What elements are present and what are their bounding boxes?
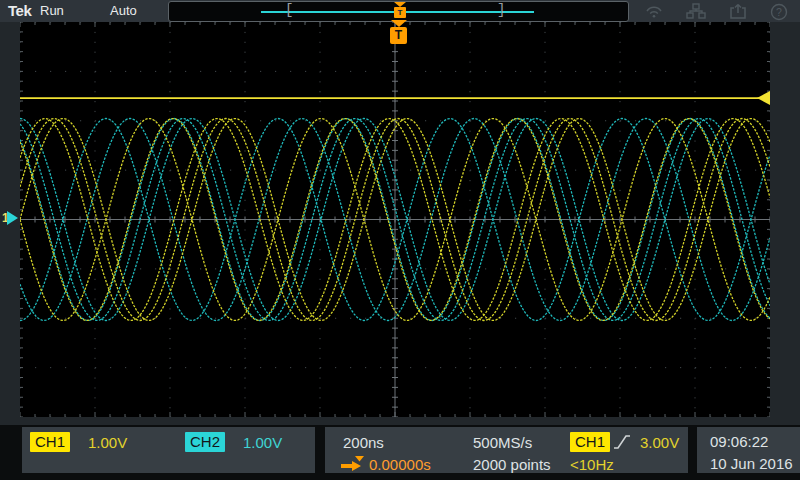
tek-logo: Tek — [8, 2, 31, 19]
ch2-badge[interactable]: CH2 — [185, 432, 225, 452]
trigger-position-arrow-icon — [391, 20, 407, 27]
clock-panel: 09:06:22 10 Jun 2016 — [697, 427, 800, 473]
trigger-mode: Auto — [110, 3, 137, 18]
ch2-ground-arrow-icon — [7, 211, 18, 225]
ch2-scale: 1.00V — [243, 434, 282, 451]
horizontal-position-icon — [339, 456, 365, 472]
clock-date: 10 Jun 2016 — [710, 455, 793, 472]
svg-text:?: ? — [776, 6, 782, 18]
status-icons: ? — [644, 3, 788, 21]
channel-ground-markers[interactable]: 1 — [2, 210, 18, 225]
trigger-marker-t-icon: T — [394, 7, 406, 18]
waveform-plot — [20, 22, 770, 417]
horizontal-position[interactable]: 0.00000s — [369, 456, 431, 473]
window-start-bracket: [ — [285, 2, 293, 18]
trigger-frequency: <10Hz — [570, 456, 614, 473]
record-length: 2000 points — [473, 456, 551, 473]
ch1-badge[interactable]: CH1 — [30, 432, 70, 452]
timebase-scale[interactable]: 200ns — [343, 434, 384, 451]
trigger-level[interactable]: 3.00V — [640, 434, 679, 451]
sample-rate: 500MS/s — [473, 434, 532, 451]
trigger-position-marker[interactable]: T — [390, 20, 407, 44]
display-frame: T 1 — [0, 22, 800, 425]
horizontal-trigger-readout-panel: 200ns 500MS/s CH1 3.00V 0.00000s 2000 po… — [325, 427, 688, 473]
record-view-trigger-marker[interactable]: T — [394, 2, 406, 18]
top-status-bar: Tek Run Auto [ ] T — [0, 0, 800, 22]
waveform-graticule — [20, 22, 770, 417]
window-end-bracket: ] — [497, 2, 505, 18]
trigger-source-badge[interactable]: CH1 — [570, 432, 610, 452]
oscilloscope-screen: Tek Run Auto [ ] T — [0, 0, 800, 480]
acquisition-state: Run — [40, 3, 64, 18]
ch1-scale: 1.00V — [88, 434, 127, 451]
vertical-readout-panel: CH1 1.00V CH2 1.00V — [22, 427, 315, 473]
trigger-level-arrow-icon[interactable] — [757, 91, 770, 105]
bottom-readout-bar: CH1 1.00V CH2 1.00V 200ns 500MS/s CH1 3.… — [0, 425, 800, 480]
clock-time: 09:06:22 — [710, 433, 768, 450]
wifi-icon[interactable] — [644, 3, 664, 19]
export-icon[interactable] — [728, 3, 748, 19]
help-icon[interactable]: ? — [770, 3, 788, 21]
trigger-position-t-icon: T — [390, 27, 407, 44]
rising-slope-icon — [613, 432, 631, 452]
record-view-bar[interactable]: [ ] T — [168, 1, 629, 22]
network-icon[interactable] — [686, 3, 706, 19]
